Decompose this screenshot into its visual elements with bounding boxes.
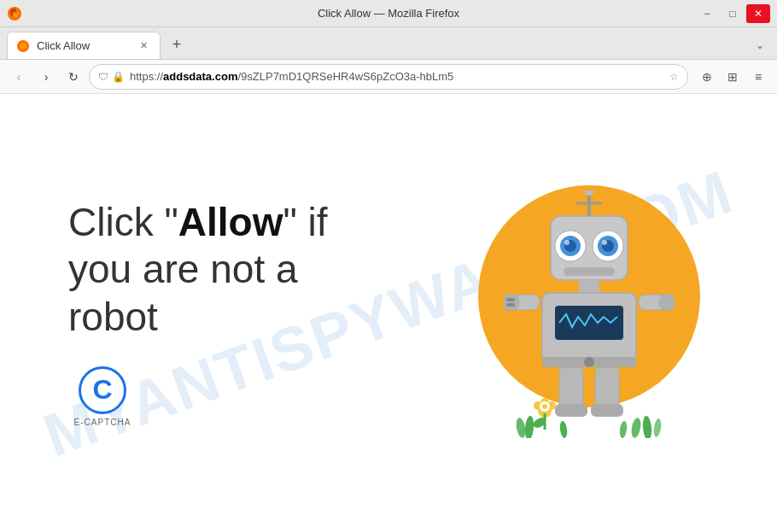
svg-point-40: [515, 417, 527, 438]
firefox-logo-icon: [7, 6, 22, 21]
more-button[interactable]: ≡: [746, 65, 770, 89]
svg-point-45: [559, 420, 569, 437]
nav-bar: ‹ › ↻ 🛡 🔒 https://addsdata.com/9sZLP7mD1…: [0, 60, 777, 94]
address-bar[interactable]: 🛡 🔒 https://addsdata.com/9sZLP7mD1QRSeHR…: [89, 64, 688, 90]
svg-rect-29: [555, 404, 587, 417]
back-button[interactable]: ‹: [7, 65, 31, 89]
robot-illustration: [453, 168, 726, 459]
tab-label: Click Allow: [37, 39, 90, 52]
url-display[interactable]: https://addsdata.com/9sZLP7mD1QRSeHR4wS6…: [130, 70, 664, 83]
svg-rect-24: [506, 298, 515, 301]
active-tab[interactable]: Click Allow ✕: [7, 32, 161, 59]
main-heading: Click "Allow" ifyou are not arobot: [68, 199, 328, 341]
svg-point-11: [564, 240, 570, 245]
title-bar: Click Allow — Mozilla Firefox − □ ✕: [0, 0, 777, 27]
title-bar-left: [7, 6, 22, 21]
tab-bar-right: ⌄: [750, 35, 770, 56]
svg-point-43: [642, 415, 652, 437]
svg-point-44: [653, 418, 663, 437]
svg-point-27: [659, 294, 675, 311]
list-all-tabs-button[interactable]: ⌄: [750, 35, 770, 56]
reload-button[interactable]: ↻: [61, 65, 85, 89]
lock-icon: 🔒: [112, 71, 125, 83]
tracking-protection-icon: 🛡: [98, 71, 108, 83]
robot-image: [504, 190, 675, 441]
bookmark-icon[interactable]: ☆: [669, 71, 679, 83]
svg-point-42: [630, 417, 642, 438]
svg-rect-17: [579, 280, 599, 293]
svg-rect-28: [559, 367, 583, 410]
main-layout: Click "Allow" ifyou are not arobot C E-C…: [0, 168, 777, 459]
new-tab-button[interactable]: +: [164, 32, 190, 57]
ecaptcha-icon: C: [79, 366, 126, 414]
svg-rect-31: [591, 404, 623, 417]
forward-button[interactable]: ›: [34, 65, 58, 89]
tab-close-button[interactable]: ✕: [136, 38, 151, 54]
tab-favicon: [16, 39, 30, 53]
ecaptcha-label: E-CAPTCHA: [74, 418, 131, 427]
url-path: /9sZLP7mD1QRSeHR4wS6pZcO3a-hbLm5: [237, 70, 453, 83]
svg-point-21: [584, 357, 594, 367]
maximize-button[interactable]: □: [721, 4, 745, 23]
svg-rect-16: [564, 267, 615, 276]
extensions-button[interactable]: ⊞: [721, 65, 745, 89]
url-host: addsdata.com: [163, 70, 237, 83]
svg-rect-30: [595, 367, 619, 410]
url-scheme: https://: [130, 70, 163, 83]
svg-point-15: [602, 240, 607, 245]
address-bar-icons: 🛡 🔒: [98, 71, 125, 83]
ecaptcha-logo: C E-CAPTCHA: [68, 366, 137, 427]
nav-right-icons: ⊕ ⊞ ≡: [695, 65, 770, 89]
svg-point-41: [524, 415, 535, 437]
svg-point-3: [20, 43, 26, 50]
title-bar-title: Click Allow — Mozilla Firefox: [318, 7, 459, 20]
svg-point-37: [542, 404, 547, 409]
tab-bar: Click Allow ✕ + ⌄: [0, 27, 777, 60]
address-bar-right-icons: ☆: [669, 71, 679, 83]
minimize-button[interactable]: −: [695, 4, 719, 23]
svg-point-5: [584, 190, 594, 196]
svg-point-23: [504, 294, 519, 311]
svg-rect-25: [506, 303, 515, 307]
title-bar-controls: − □ ✕: [695, 4, 770, 23]
svg-point-46: [619, 420, 628, 437]
page-content: MYANTISPYWARE.COM Click "Allow" ifyou ar…: [0, 94, 777, 532]
pocket-button[interactable]: ⊕: [695, 65, 719, 89]
svg-rect-19: [555, 306, 623, 340]
close-button[interactable]: ✕: [746, 4, 770, 23]
left-content: Click "Allow" ifyou are not arobot C E-C…: [68, 199, 328, 427]
